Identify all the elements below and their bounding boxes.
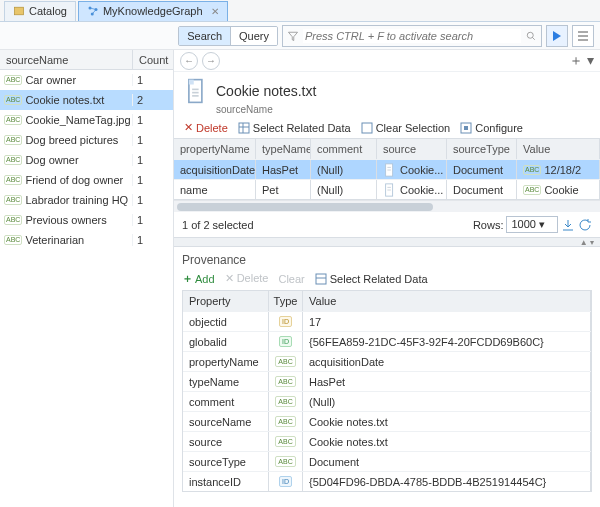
grid-status: 1 of 2 selected Rows: 1000 ▾ <box>174 212 600 237</box>
source-name-cell: Previous owners <box>25 214 106 226</box>
select-related-button[interactable]: Select Related Data <box>238 122 351 134</box>
text-type-icon: ABC <box>523 165 541 175</box>
source-cell: Cookie... <box>377 180 447 199</box>
run-button[interactable] <box>546 25 568 47</box>
source-type-cell: Document <box>447 180 517 199</box>
clear-selection-button[interactable]: Clear Selection <box>361 122 451 134</box>
table-row[interactable]: sourceABCCookie notes.txt <box>183 431 591 451</box>
query-tab[interactable]: Query <box>231 27 277 45</box>
col-type[interactable]: Type <box>269 291 303 311</box>
text-type-icon: ABC <box>275 396 295 407</box>
prov-select-related-button[interactable]: Select Related Data <box>315 273 428 285</box>
search-query-segment: Search Query <box>178 26 278 46</box>
list-item[interactable]: ABCCookie_NameTag.jpg1 <box>0 110 173 130</box>
selection-status: 1 of 2 selected <box>182 219 254 231</box>
list-item[interactable]: ABCDog owner1 <box>0 150 173 170</box>
list-item[interactable]: ABCVeterinarian1 <box>0 230 173 250</box>
list-item[interactable]: ABCDog breed pictures1 <box>0 130 173 150</box>
count-cell: 1 <box>133 74 173 86</box>
catalog-icon <box>13 5 25 17</box>
search-tab[interactable]: Search <box>179 27 231 45</box>
search-toolbar: Search Query <box>0 22 600 50</box>
table-row[interactable]: typeNameABCHasPet <box>183 371 591 391</box>
play-icon <box>552 31 562 41</box>
table-row[interactable]: propertyNameABCacquisitionDate <box>183 351 591 371</box>
table-row[interactable]: sourceTypeABCDocument <box>183 451 591 471</box>
prov-add-button[interactable]: ＋Add <box>182 271 215 286</box>
search-box[interactable] <box>282 25 542 47</box>
col-source-type[interactable]: sourceType <box>447 139 517 159</box>
list-item[interactable]: ABCFriend of dog owner1 <box>0 170 173 190</box>
source-cell: Cookie... <box>377 160 447 179</box>
table-row[interactable]: instanceIDID{5D04FD96-DBDA-4785-BDDB-4B2… <box>183 471 591 491</box>
configure-button[interactable]: Configure <box>460 122 523 134</box>
property-cell: propertyName <box>183 352 269 371</box>
comment-cell: (Null) <box>311 180 377 199</box>
search-icon[interactable] <box>525 30 537 42</box>
gear-icon <box>460 122 472 134</box>
download-icon[interactable] <box>561 218 575 232</box>
table-row[interactable]: sourceNameABCCookie notes.txt <box>183 411 591 431</box>
type-cell: ID <box>269 312 303 331</box>
list-item[interactable]: ABCLabrador training HQ1 <box>0 190 173 210</box>
menu-button[interactable] <box>572 25 594 47</box>
provenance-table: Property Type Value objectidID17globalid… <box>182 290 592 492</box>
h-scrollbar[interactable] <box>174 200 600 212</box>
svg-rect-12 <box>189 80 194 85</box>
graph-icon <box>87 5 99 17</box>
tab-knowledge-graph[interactable]: MyKnowledgeGraph ✕ <box>78 1 228 21</box>
text-type-icon: ABC <box>4 75 22 85</box>
add-button[interactable]: ＋ ▾ <box>569 52 594 70</box>
list-item[interactable]: ABCPrevious owners1 <box>0 210 173 230</box>
table-row[interactable]: namePet(Null)Cookie...DocumentABCCookie <box>174 179 600 199</box>
svg-point-6 <box>527 32 533 38</box>
value-cell: {56FEA859-21DC-45F3-92F4-20FCDD69B60C} <box>303 332 591 351</box>
oid-type-icon: ID <box>279 476 292 487</box>
refresh-icon[interactable] <box>578 218 592 232</box>
col-source[interactable]: source <box>377 139 447 159</box>
table-row[interactable]: globalidID{56FEA859-21DC-45F3-92F4-20FCD… <box>183 331 591 351</box>
property-cell: source <box>183 432 269 451</box>
forward-button[interactable]: → <box>202 52 220 70</box>
clear-icon <box>361 122 373 134</box>
text-type-icon: ABC <box>4 95 22 105</box>
prov-delete-button: ✕ Delete <box>225 272 269 285</box>
nav-row: ← → ＋ ▾ <box>174 50 600 72</box>
delete-button[interactable]: ✕Delete <box>184 121 228 134</box>
list-item[interactable]: ABCCar owner1 <box>0 70 173 90</box>
col-source-name[interactable]: sourceName <box>0 50 133 69</box>
type-cell: ID <box>269 332 303 351</box>
col-value[interactable]: Value <box>303 291 591 311</box>
value-cell: 17 <box>303 312 591 331</box>
rows-input[interactable]: 1000 ▾ <box>506 216 558 233</box>
property-cell: sourceName <box>183 412 269 431</box>
col-property[interactable]: Property <box>183 291 269 311</box>
tab-catalog[interactable]: Catalog <box>4 1 76 21</box>
property-cell: sourceType <box>183 452 269 471</box>
value-cell: ABCCookie <box>517 180 600 199</box>
svg-rect-16 <box>239 123 249 133</box>
type-cell: Pet <box>256 180 311 199</box>
close-icon[interactable]: ✕ <box>211 6 219 17</box>
prov-clear-button: Clear <box>278 273 304 285</box>
table-row[interactable]: commentABC(Null) <box>183 391 591 411</box>
table-icon <box>315 273 327 285</box>
table-icon <box>238 122 250 134</box>
type-cell: ABC <box>269 412 303 431</box>
count-cell: 1 <box>133 154 173 166</box>
col-count[interactable]: Count <box>133 50 173 69</box>
col-comment[interactable]: comment <box>311 139 377 159</box>
tab-label: MyKnowledgeGraph <box>103 5 203 17</box>
table-row[interactable]: objectidID17 <box>183 311 591 331</box>
col-value[interactable]: Value <box>517 139 600 159</box>
value-cell: Cookie notes.txt <box>303 432 591 451</box>
back-button[interactable]: ← <box>180 52 198 70</box>
list-item[interactable]: ABCCookie notes.txt2 <box>0 90 173 110</box>
col-property-name[interactable]: propertyName <box>174 139 256 159</box>
count-cell: 1 <box>133 214 173 226</box>
source-name-cell: Dog breed pictures <box>25 134 118 146</box>
table-row[interactable]: acquisitionDateHasPet(Null)Cookie...Docu… <box>174 159 600 179</box>
panel-collapse[interactable]: ▲ ▾ <box>174 237 600 247</box>
search-input[interactable] <box>303 29 521 43</box>
col-type-name[interactable]: typeName <box>256 139 311 159</box>
